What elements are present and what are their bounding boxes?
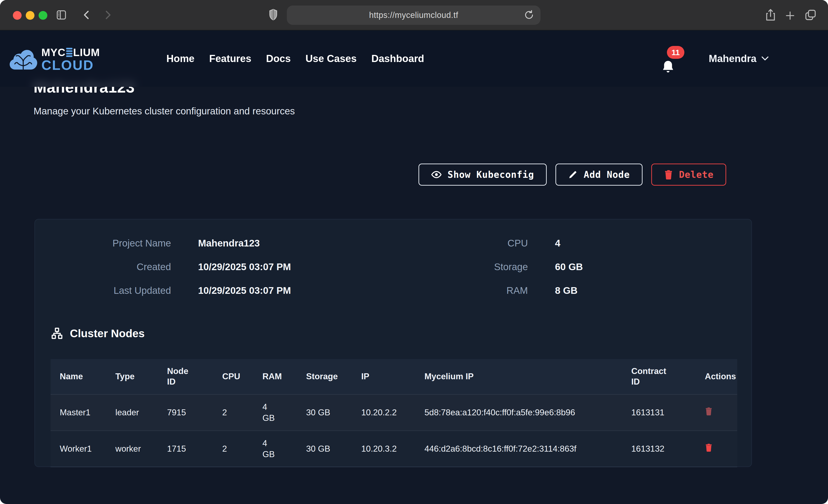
- privacy-shield-icon[interactable]: [268, 9, 278, 21]
- add-node-label: Add Node: [584, 169, 630, 180]
- detail-label: Project Name: [35, 238, 171, 249]
- add-node-button[interactable]: Add Node: [555, 164, 643, 185]
- share-icon[interactable]: [764, 8, 777, 22]
- cell-contract-id: 1613132: [631, 431, 705, 467]
- cluster-nodes-heading: Cluster Nodes: [50, 327, 144, 340]
- notification-badge: 11: [667, 46, 685, 59]
- detail-value: 8 GB: [555, 285, 578, 296]
- nav-link-dashboard[interactable]: Dashboard: [371, 53, 424, 64]
- cell-actions: [705, 431, 737, 467]
- user-menu[interactable]: Mahendra: [709, 30, 769, 87]
- top-navbar: MYC LIUM CLOUD Home Features Docs Use Ca…: [0, 30, 828, 87]
- col-node-id: Node ID: [167, 359, 222, 394]
- detail-label: CPU: [394, 238, 528, 249]
- cell-name: Worker1: [50, 431, 115, 467]
- cell-cpu: 2: [222, 431, 262, 467]
- logo-lium: LIUM: [73, 47, 100, 58]
- user-name: Mahendra: [709, 53, 756, 64]
- reload-icon[interactable]: [524, 9, 535, 20]
- detail-row: Storage 60 GB: [394, 255, 734, 279]
- cell-cpu: 2: [222, 394, 262, 431]
- cell-storage: 30 GB: [306, 394, 361, 431]
- address-bar[interactable]: https://myceliumcloud.tf: [287, 5, 540, 25]
- browser-chrome: https://myceliumcloud.tf: [0, 0, 828, 30]
- new-tab-icon[interactable]: [785, 10, 796, 21]
- logo-wordmark: MYC LIUM CLOUD: [41, 47, 100, 72]
- cloud-logo-icon: [8, 48, 38, 72]
- detail-value: 4: [555, 238, 560, 249]
- detail-label: RAM: [394, 285, 528, 296]
- cluster-details-card: Project Name Mahendra123 Created 10/29/2…: [35, 219, 752, 467]
- show-kubeconfig-label: Show Kubeconfig: [448, 169, 534, 180]
- pencil-icon: [568, 170, 578, 179]
- delete-node-button[interactable]: [705, 407, 713, 416]
- detail-label: Created: [35, 261, 171, 272]
- cluster-nodes-title: Cluster Nodes: [70, 327, 144, 340]
- cell-ip: 10.20.3.2: [361, 431, 424, 467]
- nav-link-docs[interactable]: Docs: [266, 53, 291, 64]
- cell-contract-id: 1613131: [631, 394, 705, 431]
- detail-row: Project Name Mahendra123: [35, 231, 394, 255]
- cell-mycelium-ip: 5d8:78ea:a120:f40c:ff0f:a5fe:99e6:8b96: [424, 394, 631, 431]
- cell-node-id: 1715: [167, 431, 222, 467]
- cell-storage: 30 GB: [306, 431, 361, 467]
- col-contract-id: Contract ID: [631, 359, 705, 394]
- tab-overview-icon[interactable]: [804, 9, 817, 21]
- detail-value: 60 GB: [555, 261, 583, 272]
- detail-value: Mahendra123: [198, 238, 260, 249]
- col-ram: RAM: [262, 359, 306, 394]
- url-text: https://myceliumcloud.tf: [369, 10, 458, 20]
- cell-node-id: 7915: [167, 394, 222, 431]
- nav-link-features[interactable]: Features: [209, 53, 251, 64]
- detail-row: Last Updated 10/29/2025 03:07 PM: [35, 279, 394, 302]
- sidebar-toggle-icon[interactable]: [55, 9, 68, 21]
- notifications-button[interactable]: 11: [661, 52, 684, 78]
- show-kubeconfig-button[interactable]: Show Kubeconfig: [418, 164, 547, 185]
- table-row: Master1 leader 7915 2 4 GB 30 GB 10.20.2…: [50, 394, 737, 431]
- cell-ip: 10.20.2.2: [361, 394, 424, 431]
- chevron-down-icon: [761, 56, 769, 61]
- close-window-button[interactable]: [13, 11, 22, 20]
- trash-icon: [664, 170, 673, 180]
- page-subtitle: Manage your Kubernetes cluster configura…: [34, 106, 295, 117]
- eye-icon: [431, 169, 442, 180]
- detail-label: Storage: [394, 261, 528, 272]
- cell-ram: 4 GB: [262, 431, 306, 467]
- details-left-column: Project Name Mahendra123 Created 10/29/2…: [35, 231, 394, 302]
- cluster-toolbar: Show Kubeconfig Add Node Delete: [418, 164, 726, 185]
- detail-row: RAM 8 GB: [394, 279, 734, 302]
- forward-button[interactable]: [102, 9, 114, 21]
- detail-row: Created 10/29/2025 03:07 PM: [35, 255, 394, 279]
- table-header-row: Name Type Node ID CPU RAM Storage IP Myc…: [50, 359, 737, 394]
- detail-value: 10/29/2025 03:07 PM: [198, 285, 291, 296]
- col-ip: IP: [361, 359, 424, 394]
- col-storage: Storage: [306, 359, 361, 394]
- cell-mycelium-ip: 446:d2a6:8bcd:8c16:ff0f:72e2:3114:863f: [424, 431, 631, 467]
- cell-actions: [705, 394, 737, 431]
- cell-name: Master1: [50, 394, 115, 431]
- logo-line-mycelium: MYC LIUM: [41, 47, 100, 58]
- col-cpu: CPU: [222, 359, 262, 394]
- nav-links: Home Features Docs Use Cases Dashboard: [166, 30, 424, 87]
- logo-line-cloud: CLOUD: [41, 58, 100, 72]
- logo-myc: MYC: [41, 47, 66, 58]
- detail-row: CPU 4: [394, 231, 734, 255]
- browser-window: Mahendra123 Manage your Kubernetes clust…: [0, 0, 828, 504]
- nav-link-home[interactable]: Home: [166, 53, 195, 64]
- delete-node-button[interactable]: [705, 443, 713, 452]
- cell-type: worker: [115, 431, 167, 467]
- details-right-column: CPU 4 Storage 60 GB RAM 8 GB: [394, 231, 734, 302]
- table-row: Worker1 worker 1715 2 4 GB 30 GB 10.20.3…: [50, 431, 737, 467]
- bell-icon: [661, 60, 675, 75]
- col-actions: Actions: [705, 359, 737, 394]
- mycelium-cloud-logo[interactable]: MYC LIUM CLOUD: [8, 47, 100, 72]
- zoom-window-button[interactable]: [39, 11, 47, 20]
- col-name: Name: [50, 359, 115, 394]
- delete-cluster-button[interactable]: Delete: [651, 164, 727, 185]
- nav-link-use-cases[interactable]: Use Cases: [305, 53, 357, 64]
- detail-value: 10/29/2025 03:07 PM: [198, 261, 291, 272]
- back-button[interactable]: [81, 9, 92, 21]
- logo-e-bars-icon: [66, 48, 72, 57]
- cell-ram: 4 GB: [262, 394, 306, 431]
- minimize-window-button[interactable]: [26, 11, 35, 20]
